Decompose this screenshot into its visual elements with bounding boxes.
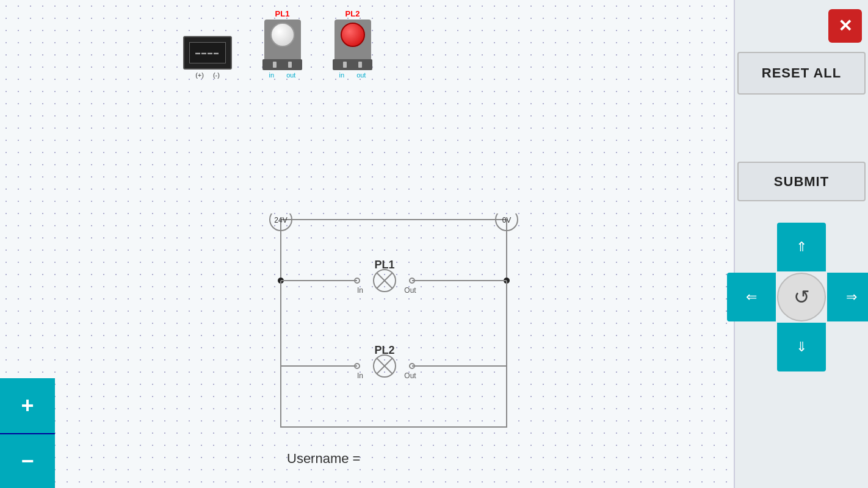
pl1-component[interactable]: PL1 in out [262,9,302,79]
zoom-out-icon: − [21,448,34,474]
pin-plus-label: (+) [195,71,204,79]
pl1-port-labels: in out [269,71,296,79]
nav-left-button[interactable]: ⇐ [727,273,776,321]
pl2-port-labels: in out [339,71,366,79]
pl2-in-label: in [339,71,345,79]
pl2-terminal-out [358,62,362,68]
nav-rotate-icon: ↺ [794,285,810,309]
pl1-in-label: in [269,71,275,79]
pl1-terminal-in [273,62,277,68]
pl1-terminal-out [288,62,292,68]
svg-text:0V: 0V [502,216,512,224]
power-supply-component[interactable]: ▬▬▬▬ (+) (-) [183,36,232,79]
pl2-body [335,20,371,59]
pl2-component[interactable]: PL2 in out [333,9,372,79]
nav-right-button[interactable]: ⇒ [827,273,868,321]
circuit-svg: 24V 0V PL1 In Out [262,214,525,445]
svg-text:24V: 24V [274,216,287,224]
power-supply-inner: ▬▬▬▬ [189,42,226,63]
right-panel: ✕ RESET ALL SUBMIT ⇑ ⇐ ↺ ⇒ ⇓ [734,0,868,488]
pl2-terminal-in [343,62,347,68]
nav-empty-bottom-right [827,323,868,371]
pl1-name-label: PL1 [275,9,290,18]
nav-right-icon: ⇒ [846,289,857,305]
svg-rect-0 [281,220,507,427]
pl2-lens [341,23,365,47]
nav-grid: ⇑ ⇐ ↺ ⇒ ⇓ [727,223,868,371]
nav-down-icon: ⇓ [796,339,807,355]
nav-up-button[interactable]: ⇑ [777,223,826,271]
nav-up-icon: ⇑ [796,239,807,255]
power-supply-pins: (+) (-) [195,71,220,79]
nav-left-icon: ⇐ [746,289,757,305]
nav-empty-bottom-left [727,323,776,371]
svg-text:In: In [357,286,363,295]
svg-text:Out: Out [404,286,416,295]
reset-all-button[interactable]: RESET ALL [737,52,866,95]
zoom-in-button[interactable]: + [0,378,55,433]
pin-minus-label: (-) [213,71,220,79]
component-tray: ▬▬▬▬ (+) (-) PL1 in out PL2 [183,9,372,79]
submit-button[interactable]: SUBMIT [737,162,866,201]
circuit-diagram: 24V 0V PL1 In Out [262,214,525,445]
pl2-out-label: out [356,71,366,79]
username-label: Username = [287,451,360,467]
zoom-in-icon: + [21,393,34,418]
close-button[interactable]: ✕ [828,9,862,43]
pl2-name-label: PL2 [345,9,360,18]
svg-text:PL1: PL1 [374,259,394,271]
nav-empty-top-left [727,223,776,271]
nav-empty-top-right [827,223,868,271]
svg-text:PL2: PL2 [374,344,394,356]
pl1-base [262,59,302,70]
zoom-out-button[interactable]: − [0,433,55,488]
nav-down-button[interactable]: ⇓ [777,323,826,371]
close-icon: ✕ [838,18,852,35]
svg-text:Out: Out [404,371,416,380]
power-supply-body: ▬▬▬▬ [183,36,232,70]
pl1-body [264,20,301,59]
svg-text:In: In [357,371,363,380]
pl1-lens [270,23,295,47]
zoom-panel: + − [0,378,55,488]
nav-rotate-button[interactable]: ↺ [777,273,826,321]
pl2-base [333,59,372,70]
pl1-out-label: out [286,71,295,79]
